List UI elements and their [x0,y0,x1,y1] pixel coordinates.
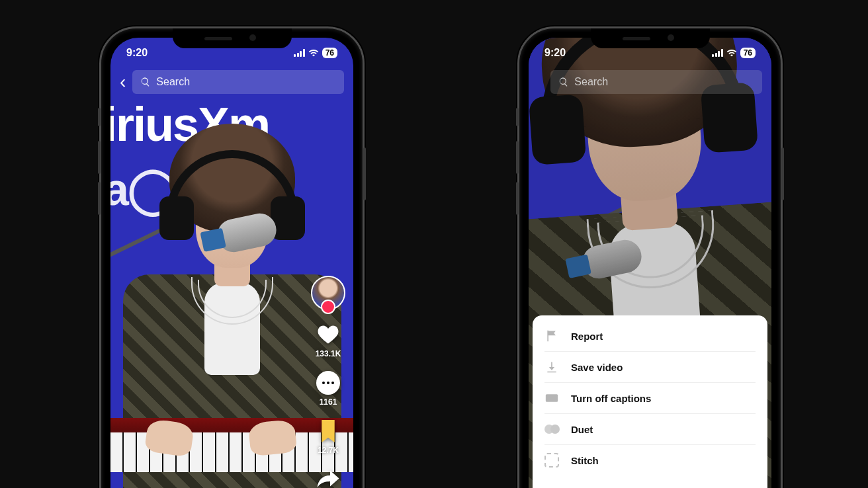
sheet-turn-off-captions[interactable]: Turn off captions [544,383,756,414]
top-bar: ‹ Search [110,69,353,95]
sheet-save-video[interactable]: Save video [544,352,756,383]
performer-figure [133,124,331,441]
screen-left: 9:20 76 ‹ Search iriusXm a◯c [110,38,353,488]
power-button [781,147,784,200]
phone-left: 9:20 76 ‹ Search iriusXm a◯c [99,26,365,488]
notch [591,28,710,48]
wifi-icon [308,49,319,57]
duet-icon [544,422,559,436]
sheet-label: Turn off captions [571,393,651,404]
sheet-label: Duet [571,424,593,435]
notch [173,28,292,48]
search-placeholder: Search [156,76,190,88]
cellular-icon [294,49,305,57]
sheet-duet[interactable]: Duet [544,414,756,445]
captions-off-icon [544,391,559,405]
mute-switch [98,108,101,126]
status-time: 9:20 [126,47,148,59]
sheet-stitch[interactable]: Stitch [544,445,756,475]
battery-indicator: 76 [740,48,756,58]
sheet-report[interactable]: Report [544,321,756,352]
comment-count: 1161 [320,397,337,407]
sheet-label: Stitch [571,455,599,466]
status-indicators: 76 [712,48,756,58]
volume-down-button [98,182,101,215]
back-button[interactable]: ‹ [120,73,126,91]
comment-button[interactable]: 1161 [316,370,341,407]
save-count: 12.7K [318,446,339,455]
save-button[interactable]: 12.7K [316,419,341,455]
status-time: 9:20 [544,47,566,59]
status-indicators: 76 [294,48,337,58]
search-icon [140,77,151,87]
heart-icon [316,322,341,347]
sheet-label: Save video [571,362,623,373]
share-button[interactable]: 1795 [316,467,341,488]
like-button[interactable]: 133.1K [316,322,341,358]
flag-icon [544,329,559,343]
volume-down-button [516,182,519,215]
power-button [363,147,366,200]
battery-indicator: 76 [322,48,337,58]
mute-switch [516,108,519,126]
download-icon [544,360,559,374]
share-sheet: Report Save video Turn off captions Duet… [533,315,767,488]
phone-right: 9:20 76 ‹ Search [517,26,783,488]
volume-up-button [98,141,101,174]
like-count: 133.1K [316,349,341,358]
screen-right: 9:20 76 ‹ Search [529,38,771,488]
comment-icon [316,371,340,395]
wifi-icon [726,49,737,57]
action-rail: 133.1K 1161 12.7K 1795 [310,276,347,488]
volume-up-button [516,141,519,174]
creator-avatar[interactable] [311,276,345,310]
search-input[interactable]: Search [132,70,344,94]
sheet-label: Report [571,331,603,342]
share-icon [316,467,341,488]
bookmark-icon [316,419,341,444]
stitch-icon [544,453,559,468]
cellular-icon [712,49,723,57]
